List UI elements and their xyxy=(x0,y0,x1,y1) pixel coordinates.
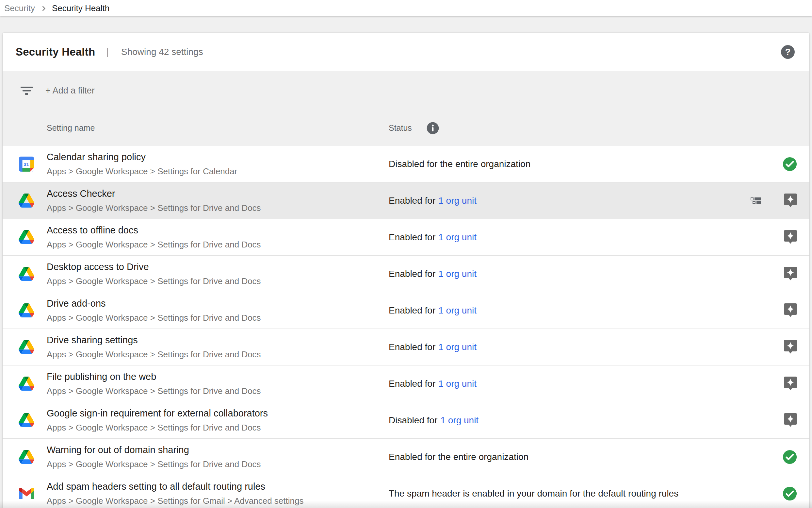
drive-icon xyxy=(18,377,35,391)
card-header: Security Health | Showing 42 settings ? xyxy=(3,33,809,71)
add-filter-button[interactable]: + Add a filter xyxy=(45,86,95,96)
setting-path: Apps > Google Workspace > Settings for D… xyxy=(47,386,261,396)
info-icon[interactable] xyxy=(426,122,439,135)
row-actions xyxy=(783,329,797,365)
filter-section: + Add a filter Setting name Status xyxy=(3,71,809,146)
chevron-right-icon xyxy=(40,4,48,13)
status-text: Enabled for xyxy=(389,232,435,243)
setting-cell: Add spam headers setting to all default … xyxy=(47,481,303,506)
status-cell: Enabled for1 org unit xyxy=(389,182,477,219)
row-actions xyxy=(783,292,797,329)
security-health-card: Security Health | Showing 42 settings ? … xyxy=(3,33,809,508)
row-actions xyxy=(783,402,797,438)
setting-path: Apps > Google Workspace > Settings for G… xyxy=(47,496,303,506)
setting-name: File publishing on the web xyxy=(47,371,261,382)
table-row[interactable]: File publishing on the webApps > Google … xyxy=(3,366,809,402)
status-cell: Enabled for1 org unit xyxy=(389,329,477,365)
recommendation-flag-icon[interactable] xyxy=(783,193,797,208)
setting-cell: Access CheckerApps > Google Workspace > … xyxy=(47,188,261,213)
page-title: Security Health xyxy=(16,46,95,58)
setting-cell: Access to offline docsApps > Google Work… xyxy=(47,225,261,250)
recommendation-flag-icon[interactable] xyxy=(783,340,797,355)
status-text: Disabled for xyxy=(389,415,437,426)
status-text: Enabled for xyxy=(389,342,435,352)
status-cell: Enabled for1 org unit xyxy=(389,256,477,292)
row-actions xyxy=(782,475,797,508)
table-header: Setting name Status xyxy=(3,110,809,146)
check-circle-icon[interactable] xyxy=(782,486,797,501)
title-separator: | xyxy=(106,46,109,57)
table-row[interactable]: Add spam headers setting to all default … xyxy=(3,475,809,508)
setting-name: Desktop access to Drive xyxy=(47,261,261,272)
drive-icon xyxy=(18,230,35,244)
breadcrumb-parent[interactable]: Security xyxy=(4,3,35,13)
table-row[interactable]: Drive sharing settingsApps > Google Work… xyxy=(3,329,809,366)
table-row[interactable]: 31Calendar sharing policyApps > Google W… xyxy=(3,146,809,182)
recommendation-flag-icon[interactable] xyxy=(783,266,797,282)
setting-cell: Desktop access to DriveApps > Google Wor… xyxy=(47,261,261,286)
drive-icon xyxy=(18,340,35,354)
org-unit-link[interactable]: 1 org unit xyxy=(440,415,479,426)
filter-bar: + Add a filter xyxy=(3,71,809,110)
status-text: Enabled for xyxy=(389,379,435,389)
status-text: Enabled for xyxy=(389,305,435,316)
help-icon[interactable]: ? xyxy=(781,45,795,59)
table-row[interactable]: Access CheckerApps > Google Workspace > … xyxy=(3,182,809,219)
row-actions xyxy=(751,182,797,219)
status-cell: Enabled for1 org unit xyxy=(389,292,477,329)
setting-name: Drive add-ons xyxy=(47,298,261,309)
recommendation-flag-icon[interactable] xyxy=(783,376,797,391)
table-row[interactable]: Google sign-in requirement for external … xyxy=(3,402,809,439)
org-unit-link[interactable]: 1 org unit xyxy=(438,196,477,206)
status-text: Disabled for the entire organization xyxy=(389,159,530,169)
drive-icon xyxy=(18,450,35,464)
drive-icon xyxy=(18,303,35,318)
row-actions xyxy=(782,146,797,182)
setting-cell: Drive add-onsApps > Google Workspace > S… xyxy=(47,298,261,323)
setting-cell: Calendar sharing policyApps > Google Wor… xyxy=(47,152,237,176)
recommendation-flag-icon[interactable] xyxy=(783,413,797,428)
org-units-icon[interactable] xyxy=(751,197,762,204)
setting-name: Access to offline docs xyxy=(47,225,261,236)
calendar-icon: 31 xyxy=(18,157,35,172)
setting-path: Apps > Google Workspace > Settings for D… xyxy=(47,313,261,323)
org-unit-link[interactable]: 1 org unit xyxy=(438,269,477,279)
status-text: Enabled for xyxy=(389,196,435,206)
setting-name: Calendar sharing policy xyxy=(47,152,237,163)
check-circle-icon[interactable] xyxy=(782,157,797,172)
status-text: Enabled for xyxy=(389,269,435,279)
setting-path: Apps > Google Workspace > Settings for D… xyxy=(47,423,268,433)
drive-icon xyxy=(18,413,35,427)
breadcrumb: Security Security Health xyxy=(0,0,812,16)
org-unit-link[interactable]: 1 org unit xyxy=(438,379,477,389)
setting-cell: Drive sharing settingsApps > Google Work… xyxy=(47,335,261,359)
recommendation-flag-icon[interactable] xyxy=(783,303,797,318)
table-row[interactable]: Drive add-onsApps > Google Workspace > S… xyxy=(3,292,809,329)
table-row[interactable]: Desktop access to DriveApps > Google Wor… xyxy=(3,256,809,292)
gmail-icon xyxy=(18,488,35,499)
org-unit-link[interactable]: 1 org unit xyxy=(438,232,477,243)
recommendation-flag-icon[interactable] xyxy=(783,230,797,245)
drive-icon xyxy=(18,267,35,281)
table-row[interactable]: Access to offline docsApps > Google Work… xyxy=(3,219,809,256)
setting-name: Warning for out of domain sharing xyxy=(47,444,261,455)
drive-icon xyxy=(18,194,35,208)
status-cell: Disabled for the entire organization xyxy=(389,146,530,182)
setting-name: Drive sharing settings xyxy=(47,335,261,345)
row-actions xyxy=(783,366,797,402)
breadcrumb-current: Security Health xyxy=(52,3,109,13)
org-unit-link[interactable]: 1 org unit xyxy=(438,305,477,316)
setting-cell: File publishing on the webApps > Google … xyxy=(47,371,261,396)
row-actions xyxy=(783,219,797,255)
setting-path: Apps > Google Workspace > Settings for D… xyxy=(47,240,261,250)
settings-count: Showing 42 settings xyxy=(121,47,203,57)
setting-name: Add spam headers setting to all default … xyxy=(47,481,303,492)
settings-list: 31Calendar sharing policyApps > Google W… xyxy=(3,146,809,508)
check-circle-icon[interactable] xyxy=(782,450,797,465)
org-unit-link[interactable]: 1 org unit xyxy=(438,342,477,352)
setting-name: Access Checker xyxy=(47,188,261,199)
row-actions xyxy=(783,256,797,292)
filter-list-icon[interactable] xyxy=(20,87,33,95)
table-row[interactable]: Warning for out of domain sharingApps > … xyxy=(3,439,809,475)
status-text: The spam header is enabled in your domai… xyxy=(389,489,678,499)
